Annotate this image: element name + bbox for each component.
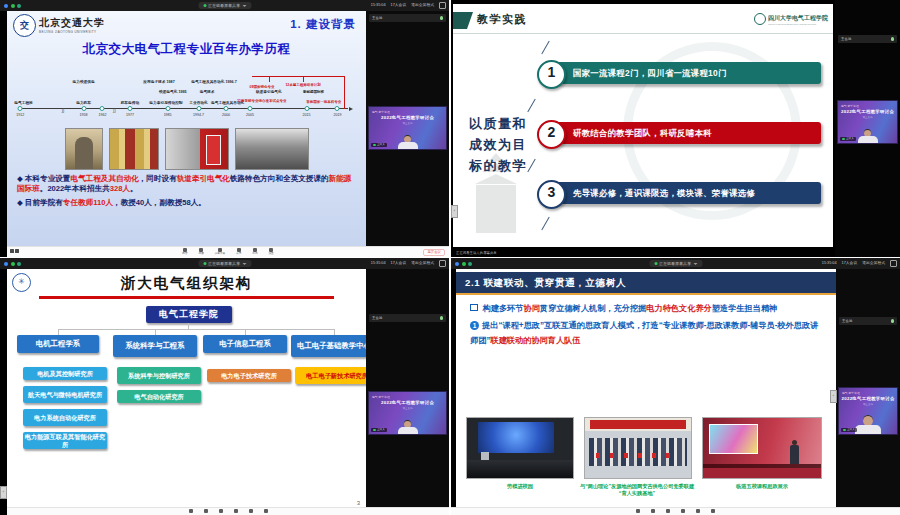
participants-button[interactable]: 17人会议 — [842, 260, 858, 267]
meeting-window-lingang: 正在观看屏幕共享 15:35:04 17人会议 退出全屏模式 2.1 联建联动、… — [451, 258, 900, 515]
participants-button[interactable]: 17人会议 — [391, 2, 407, 9]
active-speaker-bar: 主会场 — [369, 314, 446, 322]
mic-on-icon — [843, 429, 846, 432]
meeting-window-scu: 教学实践 四川大学电气工程学院College of Electrical Eng… — [451, 0, 900, 257]
layout-button[interactable] — [249, 508, 253, 515]
settings-button[interactable] — [711, 508, 715, 515]
video-button[interactable]: 视频 — [199, 247, 204, 257]
history-timeline: ∫∫ ∫∫ 1912 1958 1962 1977 1985 1994.7 20… — [15, 61, 358, 125]
timeline-label: 轨道牵引电气化 — [256, 90, 282, 94]
slide-title: 北京交大电气工程专业百年办学历程 — [7, 41, 366, 58]
video-button[interactable] — [651, 508, 655, 515]
panel-collapse-handle[interactable]: ‹ — [0, 486, 7, 499]
page-number: 3 — [357, 500, 360, 506]
photo-signing-ceremony — [584, 417, 692, 479]
org-root: 电气工程学院 — [146, 306, 232, 323]
slide-body-text: 构建多环节协同贯穿立德树人机制，充分挖掘电力特色文化养分塑造学生担当精神 1提出… — [470, 301, 824, 349]
scu-seal-icon — [754, 13, 766, 25]
share-screen-icon — [666, 509, 670, 513]
share-screen-button[interactable] — [666, 508, 670, 515]
meeting-tab[interactable]: 正在观看屏幕共享 — [198, 260, 251, 267]
video-nametag: 主讲人 — [371, 428, 387, 433]
leave-meeting-button[interactable]: 离开会议 — [423, 249, 445, 257]
exit-fullscreen-button[interactable]: 退出全屏模式 — [862, 260, 885, 267]
members-button[interactable] — [234, 508, 238, 515]
meeting-clock: 15:35:04 — [371, 2, 386, 9]
header-wedge-decoration — [453, 12, 473, 29]
settings-button[interactable]: 设置 — [268, 247, 273, 257]
screenshot-grid: 正在观看屏幕共享 15:35:04 17人会议 退出全屏模式 交 北京交通大学 … — [0, 0, 900, 515]
layout-grid-icon — [696, 509, 700, 513]
share-screen-button[interactable] — [219, 508, 223, 515]
presenter-avatar — [395, 135, 421, 150]
video-thumbnail[interactable]: 电气·教学论坛 2022电气工程教学研讨会 线上会场 主讲人 — [368, 106, 447, 150]
microphone-icon — [189, 509, 193, 513]
members-button[interactable]: 成员 — [236, 247, 241, 257]
mute-button[interactable] — [636, 508, 640, 515]
diamond-bullet-icon: ◆ — [17, 174, 23, 183]
titlebar-status: 15:35:04 17人会议 退出全屏模式 — [371, 2, 446, 9]
timeline-label: 电力机车 — [76, 101, 91, 105]
video-thumbnail[interactable]: 电气·教学论坛 2022电气工程教学研讨会 线上会场 主讲人 — [368, 391, 447, 435]
layout-button[interactable]: 布局 — [252, 247, 257, 257]
traffic-light-buttons[interactable] — [455, 262, 472, 266]
org-institute: 电力能源互联及其智能化研究所 — [23, 432, 107, 449]
meeting-tab[interactable]: 正在观看屏幕共享 — [649, 260, 702, 267]
participants-sidebar: 主会场 电气·教学论坛 2022电气工程教学研讨会 线上会场 主讲人 — [366, 11, 449, 257]
exit-fullscreen-button[interactable]: 退出全屏模式 — [411, 260, 434, 267]
timeline-label: 铁道电气化 1995 — [159, 90, 187, 94]
video-thumbnail[interactable]: 电气·教学论坛 2022电气工程教学研讨会 线上会场 主讲人 — [837, 100, 898, 144]
presenter-avatar — [395, 420, 421, 435]
share-banner: 正在观看主讲人的屏幕共享 — [456, 251, 497, 255]
timeline-label: 机车电传动 — [121, 101, 139, 105]
speaker-volume-icon — [440, 16, 444, 20]
participants-sidebar: 主会场 电气·教学论坛 2022电气工程教学研讨会 线上会场 主讲人 — [836, 269, 900, 515]
university-name-en: BEIJING JIAOTONG UNIVERSITY — [39, 30, 105, 34]
org-institute: 电工电子新技术研究所 — [295, 367, 366, 384]
chevron-down-icon — [242, 5, 246, 7]
bjtu-logo-icon: 交 — [13, 14, 36, 37]
titlebar-status: 15:35:04 17人会议 退出全屏模式 — [822, 260, 897, 267]
panel-collapse-handle[interactable]: ‹ — [451, 205, 458, 218]
mute-button[interactable]: 静音 — [182, 247, 187, 257]
active-speaker-bar: 主会场 — [838, 35, 897, 43]
exit-fullscreen-button[interactable]: 退出全屏模式 — [411, 2, 434, 9]
diamond-bullet-icon: ◆ — [17, 198, 23, 207]
video-button[interactable] — [204, 508, 208, 515]
slide-section-title: 2.1 联建联动、贯穿贯通，立德树人 — [456, 272, 836, 293]
members-button[interactable] — [681, 508, 685, 515]
layout-button[interactable] — [696, 508, 700, 515]
meeting-tab[interactable]: 正在观看屏幕共享 — [198, 2, 251, 9]
presenter-avatar — [852, 415, 884, 435]
fullscreen-icon[interactable] — [890, 260, 897, 267]
title-underline — [39, 296, 334, 299]
org-institute: 系统科学与控制研究所 — [117, 367, 201, 384]
traffic-light-buttons[interactable] — [4, 4, 21, 8]
camera-icon — [651, 509, 655, 513]
timeline-label: 电力牵引与传动控制 — [138, 101, 193, 105]
participants-button[interactable]: 17人会议 — [391, 260, 407, 267]
panel-collapse-handle[interactable]: ‹ — [830, 390, 837, 403]
titlebar-status: 15:35:04 17人会议 退出全屏模式 — [371, 260, 446, 267]
fullscreen-icon[interactable] — [439, 260, 446, 267]
speaker-volume-icon — [891, 37, 895, 41]
timeline-label: 应用电子技术 1987 — [143, 80, 174, 84]
window-titlebar: 正在观看屏幕共享 15:35:04 17人会议 退出全屏模式 — [0, 258, 449, 269]
mute-button[interactable] — [189, 508, 193, 515]
share-screen-button[interactable]: 共享屏幕 — [215, 247, 225, 257]
video-thumbnail[interactable]: 电气·教学论坛 2022电气工程教学研讨会 线上会场 主讲人 — [838, 387, 898, 435]
shared-slide-lingang: 2.1 联建联动、贯穿贯通，立德树人 构建多环节协同贯穿立德树人机制，充分挖掘电… — [456, 269, 836, 508]
fullscreen-icon[interactable] — [439, 2, 446, 9]
microphone-icon — [636, 509, 640, 513]
meeting-toolbar — [451, 507, 900, 515]
org-institute: 电力电子技术研究所 — [207, 369, 291, 382]
slide-bullet-1: ◆本科专业设置电气工程及其自动化，同时设有轨道牵引电气化铁路特色方向和全英文授课… — [17, 174, 356, 194]
shared-slide-zju: ✳ 浙大电气组织架构 电气工程学院 电机工程学系 系统科学与工程系 电子信息工程… — [7, 269, 366, 508]
settings-button[interactable] — [264, 508, 268, 515]
traffic-light-buttons[interactable] — [4, 262, 21, 266]
active-speaker-bar: 主会场 — [369, 14, 446, 22]
desktop-edge — [0, 11, 7, 257]
org-institute: 电机及其控制研究所 — [23, 367, 107, 380]
org-institute: 航天电气与微特电机研究所 — [23, 386, 107, 403]
timeline-label: 电力铁道供电 — [73, 80, 95, 84]
